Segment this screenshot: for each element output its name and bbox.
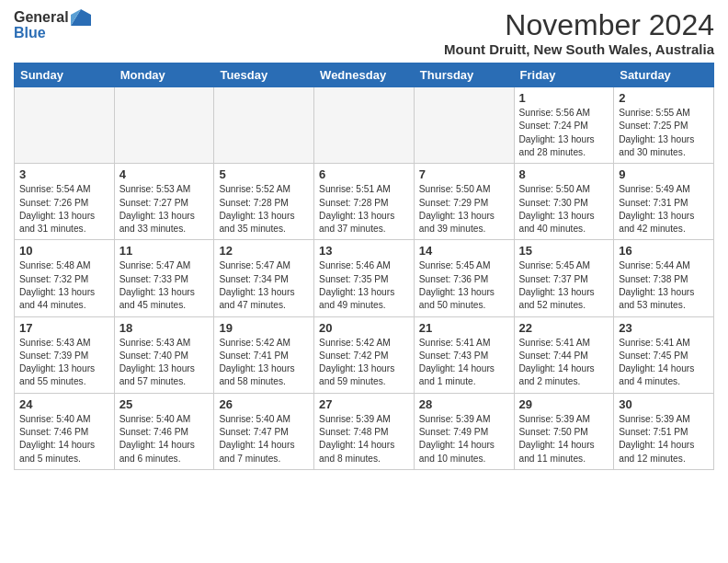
- table-row: [414, 87, 514, 164]
- calendar-table: Sunday Monday Tuesday Wednesday Thursday…: [14, 63, 714, 470]
- table-row: 8Sunrise: 5:50 AM Sunset: 7:30 PM Daylig…: [514, 164, 614, 240]
- week-row-4: 17Sunrise: 5:43 AM Sunset: 7:39 PM Dayli…: [15, 316, 714, 393]
- table-row: 18Sunrise: 5:43 AM Sunset: 7:40 PM Dayli…: [114, 316, 214, 393]
- table-row: 30Sunrise: 5:39 AM Sunset: 7:51 PM Dayli…: [614, 393, 714, 469]
- table-row: [114, 87, 214, 164]
- table-row: 15Sunrise: 5:45 AM Sunset: 7:37 PM Dayli…: [514, 240, 614, 316]
- day-detail: Sunrise: 5:43 AM Sunset: 7:39 PM Dayligh…: [19, 337, 109, 389]
- table-row: 1Sunrise: 5:56 AM Sunset: 7:24 PM Daylig…: [514, 87, 614, 164]
- day-number: 7: [419, 167, 509, 181]
- table-row: 16Sunrise: 5:44 AM Sunset: 7:38 PM Dayli…: [614, 240, 714, 316]
- table-row: [15, 87, 115, 164]
- day-number: 18: [119, 321, 210, 335]
- col-saturday: Saturday: [614, 63, 714, 87]
- col-friday: Friday: [514, 63, 614, 87]
- table-row: 4Sunrise: 5:53 AM Sunset: 7:27 PM Daylig…: [114, 164, 214, 240]
- day-number: 3: [19, 167, 109, 181]
- calendar-header-row: Sunday Monday Tuesday Wednesday Thursday…: [15, 63, 714, 87]
- table-row: 13Sunrise: 5:46 AM Sunset: 7:35 PM Dayli…: [314, 240, 415, 316]
- day-detail: Sunrise: 5:46 AM Sunset: 7:35 PM Dayligh…: [319, 259, 409, 312]
- logo: General Blue: [14, 9, 91, 40]
- day-number: 27: [319, 397, 409, 411]
- day-detail: Sunrise: 5:49 AM Sunset: 7:31 PM Dayligh…: [619, 183, 709, 236]
- day-detail: Sunrise: 5:42 AM Sunset: 7:41 PM Dayligh…: [219, 337, 309, 389]
- day-detail: Sunrise: 5:44 AM Sunset: 7:38 PM Dayligh…: [619, 259, 709, 312]
- col-monday: Monday: [114, 63, 214, 87]
- table-row: 22Sunrise: 5:41 AM Sunset: 7:44 PM Dayli…: [514, 316, 614, 393]
- day-number: 1: [519, 91, 609, 105]
- table-row: 10Sunrise: 5:48 AM Sunset: 7:32 PM Dayli…: [15, 240, 115, 316]
- title-block: November 2024 Mount Druitt, New South Wa…: [444, 9, 714, 57]
- table-row: [214, 87, 314, 164]
- day-number: 26: [219, 397, 309, 411]
- page-container: General Blue November 2024 Mount Druitt,…: [0, 0, 728, 479]
- week-row-5: 24Sunrise: 5:40 AM Sunset: 7:46 PM Dayli…: [15, 393, 714, 469]
- day-number: 8: [519, 167, 609, 181]
- col-sunday: Sunday: [15, 63, 115, 87]
- day-number: 16: [619, 244, 709, 258]
- table-row: 12Sunrise: 5:47 AM Sunset: 7:34 PM Dayli…: [214, 240, 314, 316]
- week-row-2: 3Sunrise: 5:54 AM Sunset: 7:26 PM Daylig…: [15, 164, 714, 240]
- col-tuesday: Tuesday: [214, 63, 314, 87]
- table-row: 9Sunrise: 5:49 AM Sunset: 7:31 PM Daylig…: [614, 164, 714, 240]
- day-number: 30: [619, 397, 709, 411]
- day-detail: Sunrise: 5:43 AM Sunset: 7:40 PM Dayligh…: [119, 337, 210, 389]
- day-number: 4: [119, 167, 210, 181]
- table-row: 14Sunrise: 5:45 AM Sunset: 7:36 PM Dayli…: [414, 240, 514, 316]
- table-row: 29Sunrise: 5:39 AM Sunset: 7:50 PM Dayli…: [514, 393, 614, 469]
- day-detail: Sunrise: 5:40 AM Sunset: 7:47 PM Dayligh…: [219, 413, 309, 465]
- day-detail: Sunrise: 5:45 AM Sunset: 7:36 PM Dayligh…: [419, 259, 509, 312]
- day-number: 19: [219, 321, 309, 335]
- table-row: 6Sunrise: 5:51 AM Sunset: 7:28 PM Daylig…: [314, 164, 415, 240]
- day-detail: Sunrise: 5:51 AM Sunset: 7:28 PM Dayligh…: [319, 183, 409, 236]
- table-row: 2Sunrise: 5:55 AM Sunset: 7:25 PM Daylig…: [614, 87, 714, 164]
- day-number: 28: [419, 397, 509, 411]
- logo-blue-text: Blue: [14, 26, 46, 40]
- day-detail: Sunrise: 5:56 AM Sunset: 7:24 PM Dayligh…: [519, 107, 609, 159]
- day-number: 23: [619, 321, 709, 335]
- day-detail: Sunrise: 5:45 AM Sunset: 7:37 PM Dayligh…: [519, 259, 609, 312]
- day-number: 24: [19, 397, 109, 411]
- week-row-3: 10Sunrise: 5:48 AM Sunset: 7:32 PM Dayli…: [15, 240, 714, 316]
- table-row: 20Sunrise: 5:42 AM Sunset: 7:42 PM Dayli…: [314, 316, 415, 393]
- day-number: 6: [319, 167, 409, 181]
- logo-general-text: General: [14, 10, 69, 25]
- day-number: 2: [619, 91, 709, 105]
- day-detail: Sunrise: 5:41 AM Sunset: 7:44 PM Dayligh…: [519, 337, 609, 389]
- day-number: 22: [519, 321, 609, 335]
- day-number: 11: [119, 244, 210, 258]
- table-row: 27Sunrise: 5:39 AM Sunset: 7:48 PM Dayli…: [314, 393, 415, 469]
- day-number: 21: [419, 321, 509, 335]
- table-row: 3Sunrise: 5:54 AM Sunset: 7:26 PM Daylig…: [15, 164, 115, 240]
- day-detail: Sunrise: 5:39 AM Sunset: 7:49 PM Dayligh…: [419, 413, 509, 465]
- day-detail: Sunrise: 5:41 AM Sunset: 7:45 PM Dayligh…: [619, 337, 709, 389]
- day-detail: Sunrise: 5:55 AM Sunset: 7:25 PM Dayligh…: [619, 107, 709, 159]
- day-detail: Sunrise: 5:41 AM Sunset: 7:43 PM Dayligh…: [419, 337, 509, 389]
- day-number: 5: [219, 167, 309, 181]
- col-wednesday: Wednesday: [314, 63, 415, 87]
- logo-icon: [71, 9, 91, 26]
- day-detail: Sunrise: 5:50 AM Sunset: 7:30 PM Dayligh…: [519, 183, 609, 236]
- day-detail: Sunrise: 5:39 AM Sunset: 7:50 PM Dayligh…: [519, 413, 609, 465]
- day-detail: Sunrise: 5:53 AM Sunset: 7:27 PM Dayligh…: [119, 183, 210, 236]
- day-number: 13: [319, 244, 409, 258]
- day-number: 15: [519, 244, 609, 258]
- table-row: 25Sunrise: 5:40 AM Sunset: 7:46 PM Dayli…: [114, 393, 214, 469]
- table-row: 26Sunrise: 5:40 AM Sunset: 7:47 PM Dayli…: [214, 393, 314, 469]
- day-detail: Sunrise: 5:50 AM Sunset: 7:29 PM Dayligh…: [419, 183, 509, 236]
- table-row: 11Sunrise: 5:47 AM Sunset: 7:33 PM Dayli…: [114, 240, 214, 316]
- col-thursday: Thursday: [414, 63, 514, 87]
- table-row: [314, 87, 415, 164]
- table-row: 17Sunrise: 5:43 AM Sunset: 7:39 PM Dayli…: [15, 316, 115, 393]
- table-row: 23Sunrise: 5:41 AM Sunset: 7:45 PM Dayli…: [614, 316, 714, 393]
- day-number: 9: [619, 167, 709, 181]
- day-detail: Sunrise: 5:48 AM Sunset: 7:32 PM Dayligh…: [19, 259, 109, 312]
- table-row: 21Sunrise: 5:41 AM Sunset: 7:43 PM Dayli…: [414, 316, 514, 393]
- header: General Blue November 2024 Mount Druitt,…: [14, 9, 714, 57]
- day-detail: Sunrise: 5:54 AM Sunset: 7:26 PM Dayligh…: [19, 183, 109, 236]
- week-row-1: 1Sunrise: 5:56 AM Sunset: 7:24 PM Daylig…: [15, 87, 714, 164]
- day-number: 14: [419, 244, 509, 258]
- day-detail: Sunrise: 5:42 AM Sunset: 7:42 PM Dayligh…: [319, 337, 409, 389]
- table-row: 7Sunrise: 5:50 AM Sunset: 7:29 PM Daylig…: [414, 164, 514, 240]
- day-detail: Sunrise: 5:52 AM Sunset: 7:28 PM Dayligh…: [219, 183, 309, 236]
